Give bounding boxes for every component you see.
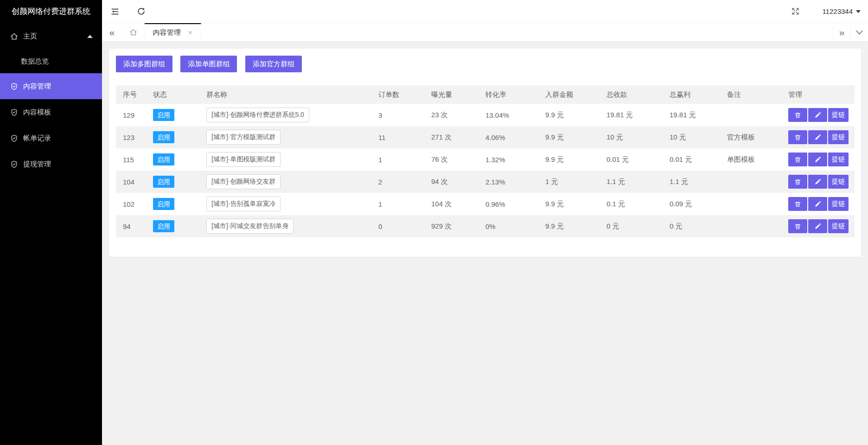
user-dropdown[interactable]: 11223344 (822, 7, 861, 15)
copy-link-button[interactable]: 提链 (828, 175, 849, 189)
sidebar-item-content-template[interactable]: 内容模板 (0, 99, 102, 125)
copy-link-button[interactable]: 提链 (828, 197, 849, 211)
sidebar-item-label: 提现管理 (23, 160, 51, 169)
toolbar: 添加多图群组 添加单图群组 添加官方群组 (116, 56, 854, 72)
cell-exposure: 23 次 (424, 104, 479, 126)
sidebar-item-label: 内容管理 (23, 82, 51, 91)
cell-orders: 2 (371, 171, 424, 193)
delete-button[interactable] (788, 153, 807, 166)
cell-orders: 1 (371, 193, 424, 215)
delete-button[interactable] (788, 130, 807, 144)
table-body: 129 启用 [城市]·创颜网络付费进群系统5.0 3 23 次 13.04% … (116, 104, 855, 237)
cell-total-profit: 0.09 元 (663, 193, 720, 215)
add-official-group-button[interactable]: 添加官方群组 (245, 56, 302, 72)
delete-button[interactable] (788, 108, 807, 122)
column-header: 群名称 (199, 85, 371, 104)
cell-id: 123 (116, 126, 146, 148)
tab-scroll-right-button[interactable]: » (833, 23, 850, 41)
delete-button[interactable] (788, 197, 807, 211)
cell-total-income: 0.01 元 (600, 148, 663, 171)
cell-exposure: 94 次 (424, 171, 479, 193)
cell-total-income: 0.1 元 (600, 193, 663, 215)
refresh-icon (137, 7, 146, 16)
row-actions: 提链 (788, 153, 849, 166)
cell-conversion: 4.06% (479, 126, 538, 148)
tab-close-icon[interactable]: × (188, 29, 192, 37)
tab-content-manage[interactable]: 内容管理 × (145, 23, 201, 41)
table-row: 102 启用 [城市]·告别孤单寂寞冷 1 104 次 0.96% 9.9 元 … (116, 193, 855, 215)
cell-exposure: 271 次 (424, 126, 479, 148)
trash-icon (794, 134, 801, 141)
trash-icon (794, 223, 801, 230)
row-actions: 提链 (788, 175, 849, 189)
add-single-image-group-button[interactable]: 添加单图群组 (180, 56, 237, 72)
status-badge: 启用 (153, 176, 174, 188)
cell-remark (720, 215, 781, 237)
group-name-box[interactable]: [城市]·创颜网络付费进群系统5.0 (206, 108, 309, 122)
refresh-button[interactable] (128, 0, 154, 23)
sidebar-item-bill-records[interactable]: 帐单记录 (0, 125, 102, 151)
groups-table: 序号状态群名称订单数曝光量转化率入群金额总收款总赢利备注管理 129 启用 [城… (116, 85, 855, 237)
copy-link-button[interactable]: 提链 (828, 108, 849, 122)
cell-exposure: 929 次 (424, 215, 479, 237)
header-right: 11223344 (782, 0, 868, 23)
edit-button[interactable] (808, 197, 827, 211)
column-header: 状态 (146, 85, 199, 104)
add-multi-image-group-button[interactable]: 添加多图群组 (116, 56, 172, 72)
pencil-icon (815, 156, 821, 163)
tab-label: 内容管理 (153, 28, 181, 37)
cell-join-amount: 1 元 (538, 171, 600, 193)
copy-link-button[interactable]: 提链 (828, 219, 849, 233)
group-name-box[interactable]: [城市]·告别孤单寂寞冷 (206, 197, 281, 211)
trash-icon (794, 178, 801, 185)
cell-conversion: 1.32% (479, 148, 538, 171)
cell-exposure: 104 次 (424, 193, 479, 215)
sidebar-item-data-overview[interactable]: 数据总览 (0, 49, 102, 73)
delete-button[interactable] (788, 175, 807, 189)
cell-remark (720, 193, 781, 215)
sidebar-item-home[interactable]: 主页 (0, 23, 102, 49)
edit-button[interactable] (808, 130, 827, 144)
copy-link-button[interactable]: 提链 (828, 130, 849, 144)
trash-icon (794, 156, 801, 163)
main-content: 添加多图群组 添加单图群组 添加官方群组 序号状态群名称订单数曝光量转化率入群金… (102, 42, 868, 445)
cell-conversion: 2.13% (479, 171, 538, 193)
copy-link-button[interactable]: 提链 (828, 153, 849, 166)
pencil-icon (815, 223, 821, 229)
group-name-box[interactable]: [城市]·官方模版测试群 (206, 130, 281, 145)
sidebar-item-content-manage[interactable]: 内容管理 (0, 73, 102, 99)
column-header: 曝光量 (424, 85, 479, 104)
username: 11223344 (822, 7, 853, 15)
table-row: 129 启用 [城市]·创颜网络付费进群系统5.0 3 23 次 13.04% … (116, 104, 855, 126)
sidebar-item-label: 内容模板 (23, 108, 51, 117)
cell-total-profit: 0 元 (663, 215, 720, 237)
group-name-box[interactable]: [城市]·创颜网络交友群 (206, 174, 281, 189)
table-header-row: 序号状态群名称订单数曝光量转化率入群金额总收款总赢利备注管理 (116, 85, 855, 104)
sidebar-item-withdraw-manage[interactable]: 提现管理 (0, 151, 102, 177)
edit-button[interactable] (808, 175, 827, 189)
group-name-box[interactable]: [城市]·同城交友群告别单身 (206, 219, 294, 234)
column-header: 转化率 (479, 85, 538, 104)
tab-bar: « 内容管理 × » (102, 23, 868, 42)
edit-button[interactable] (808, 108, 827, 122)
tab-home-button[interactable] (122, 23, 145, 41)
cell-join-amount: 9.9 元 (538, 148, 600, 171)
sidebar-item-label: 主页 (23, 32, 37, 41)
column-header: 管理 (781, 85, 855, 104)
delete-button[interactable] (788, 219, 807, 233)
fullscreen-button[interactable] (782, 0, 808, 23)
edit-button[interactable] (808, 153, 827, 166)
cell-orders: 1 (371, 148, 424, 171)
status-badge: 启用 (153, 109, 174, 121)
chevron-up-icon (87, 35, 93, 38)
edit-button[interactable] (808, 219, 827, 233)
shield-check-icon (10, 134, 18, 142)
tab-scroll-left-button[interactable]: « (102, 23, 122, 41)
row-actions: 提链 (788, 130, 849, 144)
collapse-sidebar-button[interactable] (102, 0, 128, 23)
home-icon (129, 28, 137, 36)
cell-total-income: 19.81 元 (600, 104, 663, 126)
cell-total-income: 0 元 (600, 215, 663, 237)
group-name-box[interactable]: [城市]·单图模版测试群 (206, 152, 281, 167)
tab-menu-button[interactable] (850, 23, 868, 41)
